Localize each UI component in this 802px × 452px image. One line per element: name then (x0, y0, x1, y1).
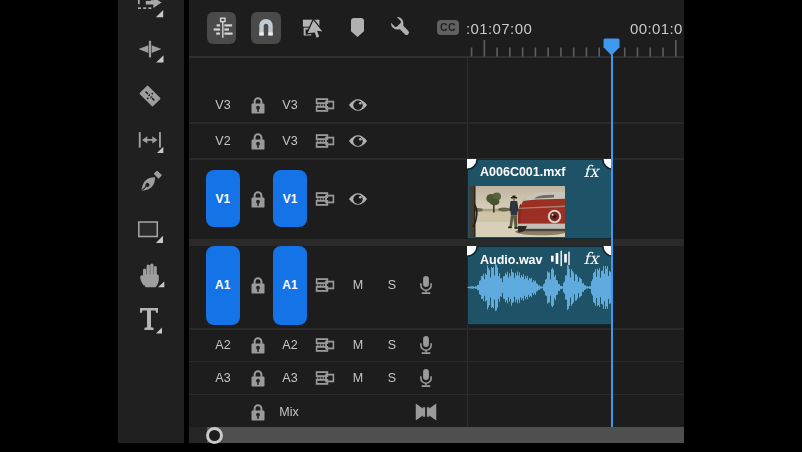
tool-ripple-edit[interactable] (136, 34, 166, 64)
hand-icon (136, 260, 166, 290)
tool-razor[interactable] (136, 81, 166, 111)
track-row-v2: V2 V3 (186, 124, 684, 158)
nest-insert-button[interactable] (207, 12, 236, 44)
sync-lock-icon[interactable] (315, 278, 334, 292)
media-start-ear (467, 159, 478, 170)
sync-lock-icon[interactable] (315, 134, 334, 148)
time-ruler[interactable] (466, 38, 684, 57)
linked-selection-icon (302, 18, 326, 41)
magnet-shape (259, 19, 272, 36)
type-icon (136, 304, 166, 334)
tool-slip[interactable] (136, 125, 166, 155)
lock-icon[interactable] (251, 132, 265, 150)
pen-icon (136, 170, 166, 200)
track-row-v3: V3 V3 (186, 89, 684, 123)
rectangle-icon (136, 214, 166, 244)
lock-icon[interactable] (251, 96, 265, 114)
source-patch-a2[interactable]: A2 (215, 338, 230, 352)
lock-icon[interactable] (251, 403, 265, 421)
linked-selection-button[interactable] (302, 18, 326, 45)
scrollbar-zoom-handle[interactable] (206, 427, 223, 444)
solo-button[interactable]: S (388, 371, 396, 385)
sync-lock-icon[interactable] (315, 192, 334, 206)
lock-icon[interactable] (251, 276, 265, 294)
mic-icon[interactable] (420, 368, 432, 387)
solo-button[interactable]: S (388, 278, 396, 292)
sync-lock-icon[interactable] (315, 338, 334, 352)
razor-icon (136, 81, 166, 111)
track-target-a3[interactable]: A3 (282, 371, 297, 385)
timeline-panel: CC :01:07:00 00:01:0 (186, 0, 684, 443)
tool-hand[interactable] (136, 260, 166, 290)
playhead-line[interactable] (611, 55, 613, 427)
tool-type[interactable] (136, 304, 166, 334)
sync-lock-icon[interactable] (315, 371, 334, 385)
captions-badge[interactable]: CC (437, 20, 459, 35)
lock-icon[interactable] (251, 336, 265, 354)
snap-button[interactable] (251, 12, 281, 44)
track-target-a2[interactable]: A2 (282, 338, 297, 352)
eye-icon[interactable] (348, 99, 367, 112)
eye-icon[interactable] (348, 192, 367, 205)
nest-sequences-icon (207, 12, 236, 44)
timeline-settings-button[interactable] (390, 16, 413, 43)
tool-track-select-forward[interactable] (136, 0, 166, 20)
solo-button[interactable]: S (388, 338, 396, 352)
video-clip[interactable]: A006C001.mxf fx (467, 159, 613, 239)
keyframe-bowtie-icon[interactable] (416, 403, 437, 421)
source-patch-v3[interactable]: V3 (215, 98, 230, 112)
track-target-a1[interactable]: A1 (273, 246, 307, 325)
source-patch-a3[interactable]: A3 (215, 371, 230, 385)
track-target-v2[interactable]: V3 (282, 134, 297, 148)
panel-gap (184, 0, 189, 452)
playhead-head[interactable] (603, 38, 620, 56)
mute-button[interactable]: M (353, 338, 363, 352)
eye-icon[interactable] (348, 134, 367, 147)
track-target-v1[interactable]: V1 (273, 170, 307, 227)
slip-icon (136, 125, 166, 155)
playhead-timecode[interactable]: :01:07:00 (466, 20, 532, 37)
track-row-mix: Mix (186, 395, 684, 427)
marker-icon (351, 18, 364, 37)
video-audio-divider[interactable] (186, 239, 684, 246)
track-row-a3: A3 A3 M S (186, 362, 684, 394)
mic-icon[interactable] (420, 276, 432, 295)
mix-track-label: Mix (279, 405, 298, 419)
premiere-timeline-screenshot: CC :01:07:00 00:01:0 (0, 0, 802, 452)
ripple-edit-icon (136, 34, 166, 64)
tool-rectangle[interactable] (136, 214, 166, 244)
ruler-timecode-label: 00:01:0 (630, 20, 684, 37)
mute-button[interactable]: M (353, 371, 363, 385)
scrollbar-thumb[interactable] (207, 427, 684, 443)
add-marker-button[interactable] (351, 18, 364, 41)
source-patch-a1[interactable]: A1 (206, 246, 240, 325)
source-patch-v2[interactable]: V2 (215, 134, 230, 148)
track-target-v3[interactable]: V3 (282, 98, 297, 112)
video-clip-name: A006C001.mxf (480, 165, 565, 179)
wrench-icon (390, 16, 413, 39)
mic-icon[interactable] (420, 335, 432, 354)
track-select-forward-icon (136, 0, 166, 20)
audio-clip[interactable]: Audio.wav fx (467, 246, 613, 325)
video-thumbnail (470, 186, 565, 237)
lock-icon[interactable] (251, 369, 265, 387)
lock-icon[interactable] (251, 190, 265, 208)
fx-badge[interactable]: fx (584, 162, 599, 181)
track-row-a2: A2 A2 M S (186, 330, 684, 361)
source-patch-v1[interactable]: V1 (206, 170, 240, 227)
audio-waveform (467, 246, 613, 325)
tool-pen[interactable] (136, 170, 166, 200)
tools-panel (118, 0, 184, 443)
magnet-icon (251, 12, 281, 44)
sync-lock-icon[interactable] (315, 98, 334, 112)
mute-button[interactable]: M (353, 278, 363, 292)
